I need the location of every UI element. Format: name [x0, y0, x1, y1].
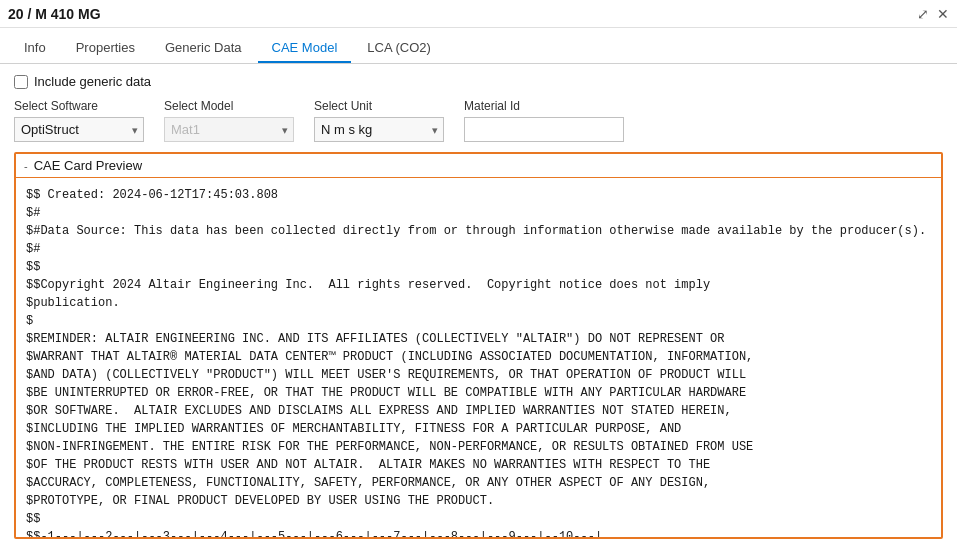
- model-selector-group: Select Model Mat1: [164, 99, 294, 142]
- unit-select[interactable]: N m s kg: [314, 117, 444, 142]
- include-generic-data-row: Include generic data: [14, 74, 943, 89]
- card-preview-title: CAE Card Preview: [34, 158, 142, 173]
- tab-properties[interactable]: Properties: [62, 34, 149, 63]
- card-preview-section: - CAE Card Preview $$ Created: 2024-06-1…: [14, 152, 943, 539]
- tab-info[interactable]: Info: [10, 34, 60, 63]
- title-controls: ⤢ ✕: [917, 6, 949, 22]
- include-generic-data-label: Include generic data: [34, 74, 151, 89]
- tab-cae-model[interactable]: CAE Model: [258, 34, 352, 63]
- card-preview-header: - CAE Card Preview: [16, 154, 941, 178]
- expand-icon[interactable]: ⤢: [917, 6, 929, 22]
- model-label: Select Model: [164, 99, 294, 113]
- content-area: Include generic data Select Software Opt…: [0, 64, 957, 549]
- close-icon[interactable]: ✕: [937, 6, 949, 22]
- software-select[interactable]: OptiStruct: [14, 117, 144, 142]
- collapse-button[interactable]: -: [24, 160, 28, 172]
- tabs-bar: Info Properties Generic Data CAE Model L…: [0, 28, 957, 64]
- unit-selector-group: Select Unit N m s kg: [314, 99, 444, 142]
- material-id-input[interactable]: 1000: [464, 117, 624, 142]
- card-preview-body: $$ Created: 2024-06-12T17:45:03.808 $# $…: [16, 178, 941, 537]
- unit-label: Select Unit: [314, 99, 444, 113]
- material-id-label: Material Id: [464, 99, 624, 113]
- main-window: 20 / M 410 MG ⤢ ✕ Info Properties Generi…: [0, 0, 957, 549]
- window-title: 20 / M 410 MG: [8, 6, 101, 22]
- model-select[interactable]: Mat1: [164, 117, 294, 142]
- model-select-wrapper: Mat1: [164, 117, 294, 142]
- software-selector-group: Select Software OptiStruct: [14, 99, 144, 142]
- software-select-wrapper: OptiStruct: [14, 117, 144, 142]
- tab-generic-data[interactable]: Generic Data: [151, 34, 256, 63]
- include-generic-data-checkbox[interactable]: [14, 75, 28, 89]
- selectors-row: Select Software OptiStruct Select Model …: [14, 99, 943, 142]
- unit-select-wrapper: N m s kg: [314, 117, 444, 142]
- material-id-group: Material Id 1000: [464, 99, 624, 142]
- title-bar: 20 / M 410 MG ⤢ ✕: [0, 0, 957, 28]
- software-label: Select Software: [14, 99, 144, 113]
- tab-lca-co2[interactable]: LCA (CO2): [353, 34, 445, 63]
